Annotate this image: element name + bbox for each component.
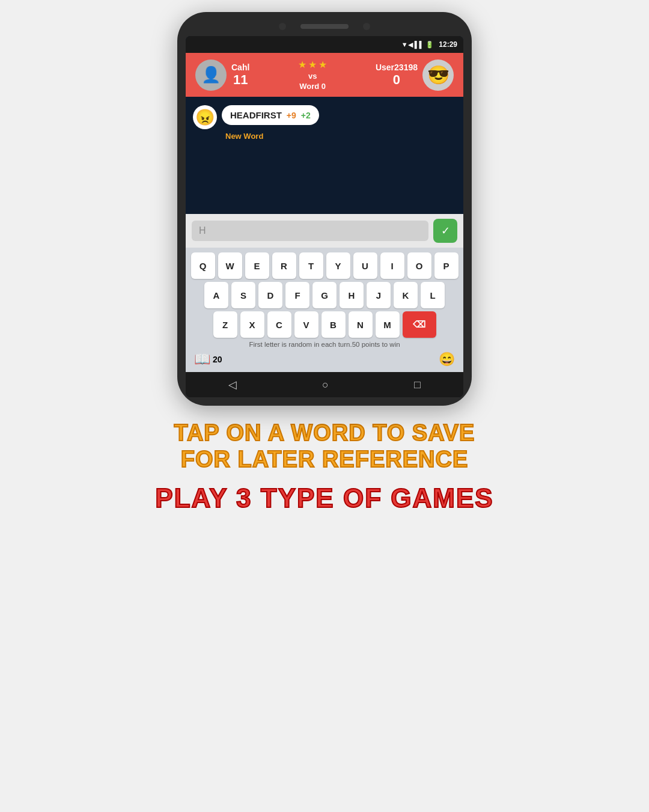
key-k[interactable]: K [394,282,418,308]
keyboard-hint: First letter is random in each turn.50 p… [189,341,460,348]
vs-text: vs [308,72,317,81]
key-r[interactable]: R [272,252,296,279]
phone-camera-right [363,23,370,30]
key-h[interactable]: H [340,282,364,308]
key-o[interactable]: O [407,252,431,279]
key-u[interactable]: U [353,252,377,279]
player1-avatar: 👤 [195,60,227,91]
word-input[interactable] [192,221,428,241]
player2-avatar: 😎 [422,60,454,91]
key-f[interactable]: F [285,282,309,308]
chat-points: +9 [287,111,296,120]
star-3: ★ [318,59,327,70]
smiley-icon[interactable]: 😄 [439,352,455,367]
key-x[interactable]: X [240,311,264,338]
key-c[interactable]: C [267,311,291,338]
chat-bubble-content: HEADFIRST +9 +2 [222,105,319,125]
player1-score: 11 [233,72,248,88]
key-q[interactable]: Q [191,252,215,279]
key-s[interactable]: S [231,282,255,308]
key-t[interactable]: T [299,252,323,279]
submit-button[interactable]: ✓ [433,219,457,243]
status-bar: ▼◀ ▌▌ 🔋 12:29 [186,36,463,53]
key-a[interactable]: A [204,282,228,308]
key-j[interactable]: J [367,282,391,308]
key-b[interactable]: B [321,311,346,338]
keyboard-area: Q W E R T Y U I O P A S D F G H J K [186,248,463,372]
star-1: ★ [298,59,306,70]
phone-top-bar [186,23,463,30]
keyboard-row-2: A S D F G H J K L [189,282,460,308]
phone-speaker [300,24,349,29]
input-area: ✓ [186,214,463,248]
key-d[interactable]: D [258,282,282,308]
chat-word[interactable]: HEADFIRST [230,110,282,120]
delete-icon: ⌫ [413,319,425,330]
chat-area: 😠 HEADFIRST +9 +2 New Word [186,97,463,214]
nav-home-button[interactable]: ○ [322,379,329,391]
key-y[interactable]: Y [326,252,350,279]
keyboard-row-1: Q W E R T Y U I O P [189,252,460,279]
nav-recents-button[interactable]: □ [414,379,421,391]
game-center: ★ ★ ★ vs Word 0 [298,59,327,91]
keyboard-row-3: Z X C V B N M ⌫ [189,311,460,338]
phone-shell: ▼◀ ▌▌ 🔋 12:29 👤 Cahl 11 ★ ★ [177,12,472,406]
book-number: 20 [213,355,222,364]
phone-screen: ▼◀ ▌▌ 🔋 12:29 👤 Cahl 11 ★ ★ [186,36,463,397]
checkmark-icon: ✓ [441,224,450,237]
key-delete[interactable]: ⌫ [403,311,436,338]
book-count[interactable]: 📖 20 [194,352,222,367]
android-nav: ◁ ○ □ [186,372,463,397]
nav-back-button[interactable]: ◁ [228,378,237,391]
tap-line-1: TAP ON A WORD TO SAVE [120,420,529,447]
key-n[interactable]: N [349,311,373,338]
round-info: Word 0 [299,82,326,91]
keyboard-bottom-row: 📖 20 😄 [189,350,460,368]
chat-bonus-points: +2 [301,111,311,120]
tap-line-2: FOR LATER REFERENCE [120,447,529,473]
chat-bubble[interactable]: 😠 HEADFIRST +9 +2 [193,105,456,129]
chat-avatar: 😠 [193,105,217,129]
key-w[interactable]: W [218,252,242,279]
status-time: 12:29 [439,40,457,49]
stars-row: ★ ★ ★ [298,59,327,70]
bottom-text-area: TAP ON A WORD TO SAVE FOR LATER REFERENC… [120,420,529,513]
key-p[interactable]: P [434,252,459,279]
key-z[interactable]: Z [213,311,237,338]
player2-score: 0 [393,72,400,88]
key-m[interactable]: M [376,311,400,338]
book-icon: 📖 [194,352,210,367]
signal-icon: ▼◀ ▌▌ 🔋 [401,41,434,49]
key-v[interactable]: V [294,311,318,338]
play-text: PLAY 3 TYPE OF GAMES [120,483,529,513]
player2-name: User23198 [376,63,418,72]
star-2: ★ [308,59,317,70]
key-g[interactable]: G [312,282,337,308]
key-i[interactable]: I [380,252,404,279]
key-l[interactable]: L [421,282,445,308]
chat-new-word-label: New Word [225,132,263,141]
player1-name: Cahl [231,63,249,72]
key-e[interactable]: E [245,252,269,279]
game-header: 👤 Cahl 11 ★ ★ ★ vs Word 0 [186,53,463,97]
phone-camera [279,23,286,30]
status-icons: ▼◀ ▌▌ 🔋 [401,41,434,49]
